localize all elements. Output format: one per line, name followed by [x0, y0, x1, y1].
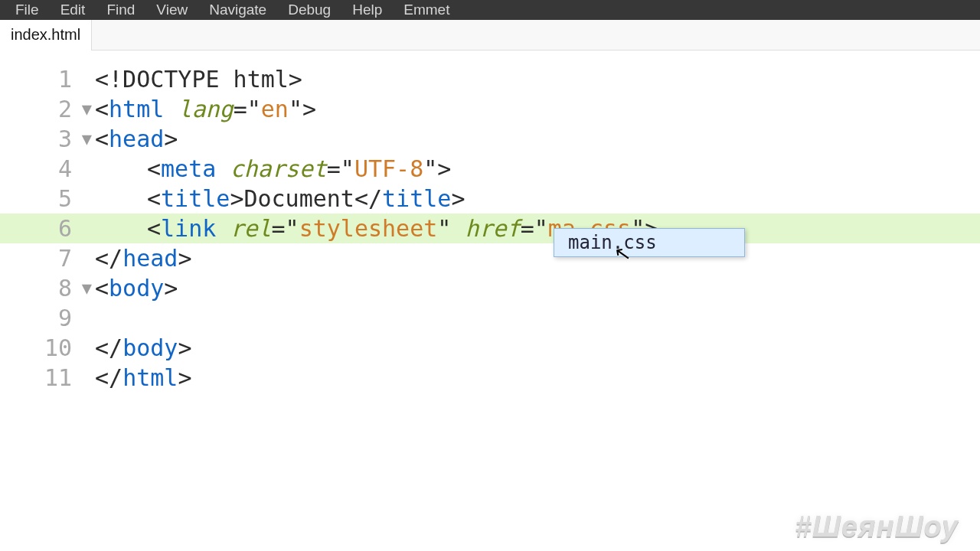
- line-number: 8: [41, 275, 72, 302]
- code-line[interactable]: 11 </html>: [0, 363, 980, 393]
- menu-help[interactable]: Help: [341, 2, 393, 18]
- menu-file[interactable]: File: [5, 2, 50, 18]
- menu-emmet[interactable]: Emmet: [393, 2, 460, 18]
- fold-toggle-icon[interactable]: ▼: [82, 131, 92, 148]
- gutter: 6: [0, 215, 95, 242]
- code-line-active[interactable]: 6 <link rel="stylesheet" href="ma.css">: [0, 214, 980, 243]
- code-editor[interactable]: 1 <!DOCTYPE html> 2▼ <html lang="en"> 3▼…: [0, 51, 980, 551]
- gutter: 2▼: [0, 96, 95, 122]
- code-line[interactable]: 4 <meta charset="UTF-8">: [0, 154, 980, 184]
- gutter: 10: [0, 334, 95, 361]
- line-number: 9: [41, 305, 72, 331]
- menu-debug[interactable]: Debug: [277, 2, 341, 18]
- menu-navigate[interactable]: Navigate: [198, 2, 277, 18]
- doctype: <!DOCTYPE html>: [95, 66, 302, 93]
- gutter: 3▼: [0, 126, 95, 152]
- autocomplete-item[interactable]: main.css: [568, 232, 730, 253]
- menu-find[interactable]: Find: [96, 2, 145, 18]
- menu-view[interactable]: View: [145, 2, 198, 18]
- code-line[interactable]: 7 </head>: [0, 243, 980, 273]
- gutter: 1: [0, 66, 95, 93]
- line-number: 5: [41, 185, 72, 212]
- tab-index-html[interactable]: index.html: [0, 20, 92, 51]
- line-number: 1: [41, 66, 72, 93]
- menu-edit[interactable]: Edit: [50, 2, 96, 18]
- tab-bar: index.html: [0, 20, 980, 51]
- line-number: 11: [41, 364, 72, 391]
- code-line[interactable]: 3▼ <head>: [0, 124, 980, 154]
- gutter: 7: [0, 245, 95, 272]
- code-line[interactable]: 9: [0, 303, 980, 333]
- line-number: 10: [41, 334, 72, 361]
- line-number: 3: [41, 126, 72, 152]
- line-number: 7: [41, 245, 72, 272]
- code-line[interactable]: 2▼ <html lang="en">: [0, 94, 980, 124]
- gutter: 4: [0, 155, 95, 182]
- code-line[interactable]: 5 <title>Document</title>: [0, 184, 980, 214]
- autocomplete-popup[interactable]: main.css: [554, 228, 745, 257]
- code-line[interactable]: 1 <!DOCTYPE html>: [0, 64, 980, 94]
- line-number: 6: [41, 215, 72, 242]
- code-line[interactable]: 10 </body>: [0, 333, 980, 363]
- gutter: 5: [0, 185, 95, 212]
- code-line[interactable]: 8▼ <body>: [0, 273, 980, 303]
- line-number: 4: [41, 155, 72, 182]
- watermark: #ШеянШоу: [795, 510, 959, 543]
- fold-toggle-icon[interactable]: ▼: [82, 280, 92, 297]
- gutter: 11: [0, 364, 95, 391]
- gutter: 9: [0, 305, 95, 331]
- menu-bar: File Edit Find View Navigate Debug Help …: [0, 0, 980, 20]
- line-number: 2: [41, 96, 72, 122]
- gutter: 8▼: [0, 275, 95, 302]
- fold-toggle-icon[interactable]: ▼: [82, 101, 92, 118]
